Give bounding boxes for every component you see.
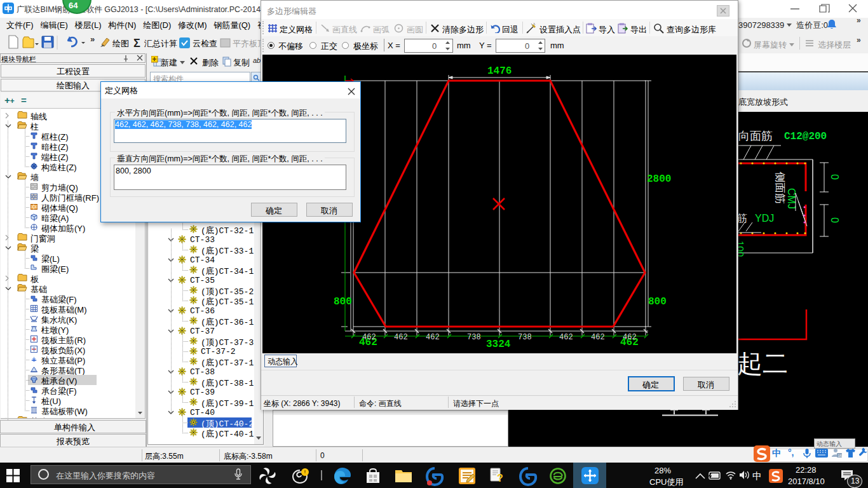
svg-text:462: 462 [394,333,408,342]
svg-text:向面筋: 向面筋 [738,130,773,142]
svg-text:462: 462 [559,333,573,342]
svg-text:738: 738 [467,333,481,342]
svg-text:800: 800 [334,296,352,308]
svg-text:0: 0 [829,217,840,223]
svg-text:2800: 2800 [647,173,671,185]
svg-text:»: » [90,34,95,44]
svg-text:1476: 1476 [487,65,512,77]
svg-text:738: 738 [518,333,532,342]
svg-text:侧面筋: 侧面筋 [774,172,786,204]
svg-text:起二: 起二 [737,349,788,378]
svg-text:?: ? [497,473,503,484]
svg-text:462: 462 [362,333,376,342]
svg-text:462: 462 [623,333,637,342]
svg-text:CMJ: CMJ [786,188,797,209]
svg-text:C12@200: C12@200 [784,131,827,142]
svg-text:16: 16 [838,454,843,458]
svg-text:462: 462 [591,333,605,342]
svg-text:3324: 3324 [486,339,511,350]
svg-text:800: 800 [648,296,667,308]
svg-text:0: 0 [829,174,840,180]
svg-text:Σ: Σ [133,37,140,50]
svg-text:YDJ: YDJ [755,213,774,224]
svg-text:100: 100 [737,241,746,257]
svg-text:462: 462 [426,333,440,342]
svg-text:筋: 筋 [737,213,747,224]
